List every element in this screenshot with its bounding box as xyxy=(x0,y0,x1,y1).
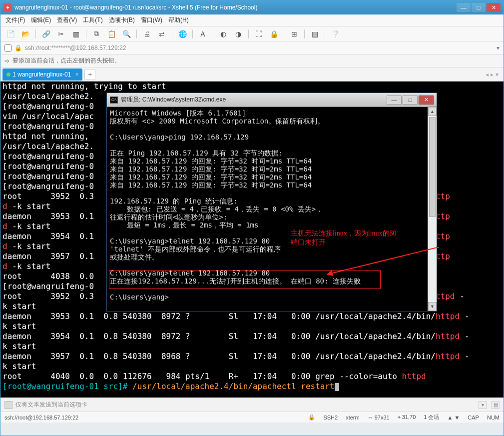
minimize-button[interactable]: — xyxy=(457,3,471,12)
annotation-text: 主机无法连接linux，因为linux的80 端口未打开 xyxy=(291,229,397,247)
theme2-icon[interactable]: ◑ xyxy=(232,28,244,40)
menubar: 文件(F) 编辑(E) 查看(V) 工具(T) 选项卡(B) 窗口(W) 帮助(… xyxy=(0,14,504,26)
toolbar-sep xyxy=(172,30,172,38)
new-session-icon[interactable]: 📄 xyxy=(4,28,16,40)
send-opt1-icon[interactable]: ▾ xyxy=(479,401,487,409)
tab-nav: ◂ ▸ ▾ xyxy=(486,71,502,78)
cursor-icon: ⌖ xyxy=(398,414,402,420)
toolbar-sep xyxy=(213,30,213,38)
annotation-line1: 主机无法连接linux，因为linux的80 xyxy=(291,230,397,237)
window-title: wangruifenglinux-01 - root@wangruifeng-0… xyxy=(14,4,456,11)
close-button[interactable]: ✕ xyxy=(487,3,501,12)
font-icon[interactable]: A xyxy=(197,28,209,40)
app-icon: ✦ xyxy=(3,4,11,12)
lock-icon: 🔒 xyxy=(14,44,22,52)
scroll-track[interactable] xyxy=(428,116,437,302)
address-pin-checkbox[interactable] xyxy=(4,44,11,52)
help-icon[interactable]: ❔ xyxy=(329,28,341,40)
send-menu-icon[interactable] xyxy=(4,401,12,409)
search-icon[interactable]: 🔍 xyxy=(120,28,132,40)
toolbar-sep xyxy=(325,30,325,38)
toolbar-sep xyxy=(136,30,137,38)
toolbar-sep xyxy=(192,30,193,38)
hint-text: 要添加当前会话，点击左侧的箭头按钮。 xyxy=(12,56,120,65)
cmd-titlebar[interactable]: C:\ 管理员: C:\Windows\system32\cmd.exe — □… xyxy=(107,93,437,107)
paste-icon[interactable]: 📋 xyxy=(105,28,117,40)
toolbar-sep xyxy=(304,30,305,38)
new-tab-button[interactable]: + xyxy=(84,69,95,80)
scroll-down-icon[interactable]: ▼ xyxy=(428,302,437,311)
send-bar: 仅将文本发送到当前选项卡 ▾ ▤ xyxy=(0,398,504,412)
toolbar-sep xyxy=(35,30,36,38)
toolbar-sep xyxy=(86,30,86,38)
address-dropdown-icon[interactable]: ▾ xyxy=(497,44,500,52)
status-lock-icon: 🔒 xyxy=(308,414,315,420)
hint-bar: ➩ 要添加当前会话，点击左侧的箭头按钮。 xyxy=(0,54,504,68)
tab-close-icon[interactable]: × xyxy=(75,71,78,78)
cmd-window[interactable]: C:\ 管理员: C:\Windows\system32\cmd.exe — □… xyxy=(106,92,437,312)
tunnel-icon[interactable]: ⇄ xyxy=(156,28,168,40)
app-window: ✦ wangruifenglinux-01 - root@wangruifeng… xyxy=(0,0,504,436)
scroll-thumb[interactable] xyxy=(429,117,436,217)
properties-icon[interactable]: ▥ xyxy=(70,28,82,40)
cmd-window-controls: — □ ✕ xyxy=(386,96,434,104)
terminal-wrap: httpd not running, trying to start /usr/… xyxy=(0,82,504,398)
menu-tab[interactable]: 选项卡(B) xyxy=(109,16,135,24)
tab-label: 1 wangruifenglinux-01 xyxy=(12,71,71,78)
titlebar[interactable]: ✦ wangruifenglinux-01 - root@wangruifeng… xyxy=(0,0,504,14)
cmd-maximize-button[interactable]: □ xyxy=(403,96,418,104)
status-connection: ssh://root@192.168.57.129:22 xyxy=(4,414,78,420)
globe-icon[interactable]: 🌐 xyxy=(176,28,188,40)
add-session-icon[interactable]: ➩ xyxy=(4,58,9,64)
cmd-icon: C:\ xyxy=(110,96,118,104)
tab-next-icon[interactable]: ▸ xyxy=(491,71,494,78)
tab-list-icon[interactable]: ▾ xyxy=(496,71,499,78)
menu-file[interactable]: 文件(F) xyxy=(5,16,25,24)
theme-icon[interactable]: ◐ xyxy=(217,28,229,40)
menu-edit[interactable]: 编辑(E) xyxy=(31,16,51,24)
status-dot-icon xyxy=(6,72,10,76)
disconnect-icon[interactable]: ✂ xyxy=(55,28,67,40)
cmd-body-wrap: Microsoft Windows [版本 6.1.7601] 版权所有 <c>… xyxy=(107,107,437,311)
cmd-title: 管理员: C:\Windows\system32\cmd.exe xyxy=(121,96,386,104)
open-icon[interactable]: 📂 xyxy=(19,28,31,40)
session-tab[interactable]: 1 wangruifenglinux-01 × xyxy=(2,68,82,80)
tab-bar: 1 wangruifenglinux-01 × + ◂ ▸ ▾ xyxy=(0,68,504,82)
status-proto: SSH2 xyxy=(323,414,338,420)
menu-tool[interactable]: 工具(T) xyxy=(83,16,102,24)
copy-icon[interactable]: ⧉ xyxy=(90,28,102,40)
up-icon: ▲ xyxy=(447,414,454,420)
cmd-close-button[interactable]: ✕ xyxy=(419,96,434,104)
status-bar: ssh://root@192.168.57.129:22 🔒 SSH2 xter… xyxy=(0,412,504,422)
address-bar: 🔒 ssh://root:********@192.168.57.129:22 … xyxy=(0,42,504,54)
print-icon[interactable]: 🖨 xyxy=(141,28,153,40)
layout-icon[interactable]: ▤ xyxy=(309,28,321,40)
highlight-box xyxy=(109,270,381,289)
status-term: xterm xyxy=(346,414,360,420)
keypad-icon[interactable]: ⊞ xyxy=(288,28,300,40)
lock-icon[interactable]: 🔒 xyxy=(268,28,280,40)
send-opt2-icon[interactable]: ▤ xyxy=(492,401,500,409)
status-size: 97x31 xyxy=(375,414,390,420)
menu-view[interactable]: 查看(V) xyxy=(57,16,77,24)
cmd-scrollbar[interactable]: ▲ ▼ xyxy=(428,107,437,311)
scroll-up-icon[interactable]: ▲ xyxy=(428,107,437,116)
annotation-line2: 端口未打开 xyxy=(291,238,326,246)
toolbar: 📄 📂 🔗 ✂ ▥ ⧉ 📋 🔍 🖨 ⇄ 🌐 A ◐ ◑ ⛶ 🔒 ⊞ ▤ ❔ xyxy=(0,26,504,42)
tab-prev-icon[interactable]: ◂ xyxy=(486,71,489,78)
menu-window[interactable]: 窗口(W) xyxy=(141,16,162,24)
status-sessions: 1 会话 xyxy=(424,414,439,421)
status-pos: 31,70 xyxy=(402,414,416,420)
resize-icon: ↔ xyxy=(368,414,375,420)
status-cap: CAP xyxy=(468,414,479,420)
send-text[interactable]: 仅将文本发送到当前选项卡 xyxy=(15,400,87,409)
down-icon: ▼ xyxy=(454,414,460,420)
status-num: NUM xyxy=(487,414,500,420)
menu-help[interactable]: 帮助(H) xyxy=(168,16,189,24)
address-text[interactable]: ssh://root:********@192.168.57.129:22 xyxy=(25,44,494,52)
fullscreen-icon[interactable]: ⛶ xyxy=(253,28,265,40)
window-controls: — □ ✕ xyxy=(456,3,501,12)
maximize-button[interactable]: □ xyxy=(472,3,486,12)
reconnect-icon[interactable]: 🔗 xyxy=(40,28,52,40)
cmd-minimize-button[interactable]: — xyxy=(387,96,402,104)
